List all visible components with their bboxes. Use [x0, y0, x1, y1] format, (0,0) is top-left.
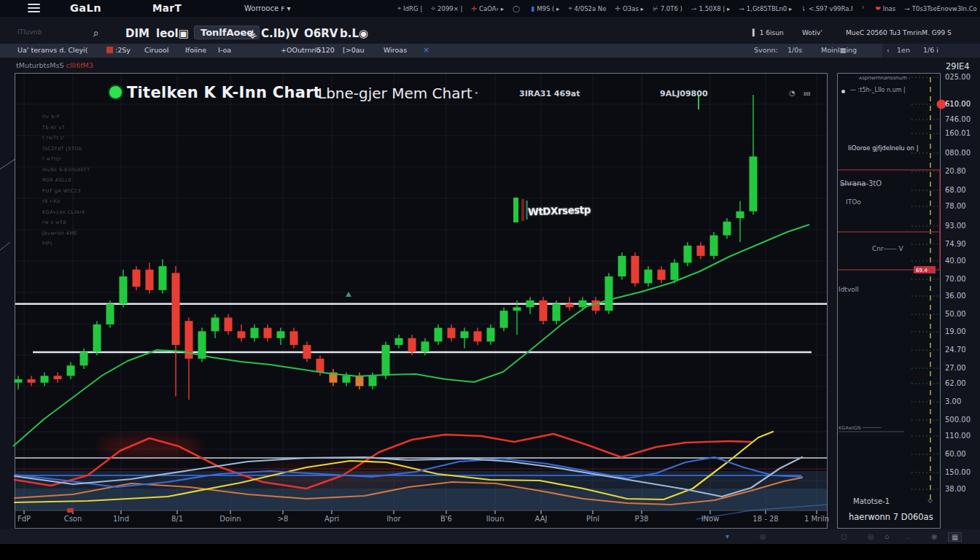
red-glyph-icon: ❤: [875, 5, 881, 12]
menu-glyph-icon: ⊬: [653, 5, 658, 12]
watchlist-faint-row: PIPI: [42, 241, 52, 246]
sidebar-note-1: ᴀspnwrnnanssnum -: [859, 75, 911, 81]
topbar-item[interactable]: →1,Gt85TBLn0 ▸: [739, 5, 792, 12]
price-label: 93.00: [945, 222, 966, 230]
price-label: 38.00: [945, 485, 966, 493]
topbar-item-label: Inas: [883, 5, 896, 12]
trendline-stub: [0, 242, 10, 250]
menubar-item[interactable]: b.L◉: [340, 27, 368, 40]
topbar-item[interactable]: ❤Inas: [875, 5, 895, 12]
x-axis-label: >8: [278, 515, 289, 523]
menu-glyph-icon: ˀ: [862, 5, 864, 12]
menubar-right-stat: ▍ 1 6isun: [752, 29, 784, 36]
tab-bar: Ua' teranvs d. Cleyi(:2SyCiruoolIfoiineI…: [0, 44, 980, 58]
menubar-item[interactable]: DIM: [125, 27, 149, 40]
tab-bar-right-item[interactable]: 1en: [897, 46, 910, 54]
watchlist-faint-row: rw s wTd: [42, 219, 66, 225]
search-icon[interactable]: ⌕: [93, 27, 99, 39]
x-axis-label: lhor: [386, 515, 400, 523]
menu-glyph-icon: ⇀: [691, 5, 697, 12]
bottom-toolbar-icon[interactable]: ▾: [726, 532, 729, 540]
topbar-item[interactable]: ˀ: [862, 5, 866, 12]
topbar-item-label: T0s3TseEnovw3In.Co: [912, 5, 977, 12]
x-axis-label: INow: [701, 515, 720, 523]
menubar-right-stat: Wotiv': [802, 29, 822, 36]
tab-item[interactable]: I-oa: [218, 46, 231, 54]
tab-bar-right-item[interactable]: 1/6 i: [923, 46, 938, 54]
tab-bar-right-item[interactable]: ‹: [887, 46, 890, 54]
price-scale-note: 29IE4: [946, 61, 970, 71]
menu-glyph-icon: ◯: [513, 5, 520, 12]
topbar-item-label: O3as ▸: [623, 5, 644, 12]
topbar-item[interactable]: ⊬7.0T6 ): [653, 5, 682, 12]
menu-glyph-icon: ⌖: [568, 4, 572, 12]
menu-glyph-icon: ⟡: [431, 4, 435, 12]
topbar-item[interactable]: →T0s3TseEnovw3In.Co: [904, 5, 977, 12]
sidebar-row-4[interactable]: Idtvoll: [839, 286, 859, 293]
x-axis-label: 1Ind: [113, 515, 129, 523]
tab-item[interactable]: :2Sy: [106, 46, 131, 54]
topbar-item[interactable]: ⇀1.50X8 | ▸: [691, 5, 730, 12]
watchlist-faint-row: PUT gA WtC23: [42, 188, 81, 194]
sidebar-row-1[interactable]: S̶h̶r̶a̶n̶a̶-3tO: [840, 179, 882, 187]
app-logo: GaLn: [70, 2, 101, 14]
sidebar-bullet-icon: [841, 90, 845, 93]
menu-glyph-icon: →: [739, 5, 744, 12]
main-chart-panel[interactable]: [15, 73, 828, 529]
menu-glyph-icon: →: [904, 5, 910, 12]
tab-item[interactable]: '5120: [315, 46, 335, 54]
bottom-toolbar-icon[interactable]: ◎: [760, 532, 766, 540]
menubar-item[interactable]: O6RV: [304, 27, 338, 40]
topbar-item[interactable]: ⟡2099× |: [431, 4, 462, 12]
topbar-item[interactable]: ▮M9S ( ▸: [531, 5, 559, 12]
menubar-item[interactable]: leol▣: [156, 27, 189, 40]
menu-glyph-icon: ⌖: [397, 4, 401, 12]
x-axis-label: 18 - 28: [752, 515, 778, 523]
bottom-toolbar-icon[interactable]: ◉: [931, 532, 938, 540]
bottom-toolbar-icon[interactable]: ‥: [906, 532, 911, 540]
tab-bar-right-item[interactable]: 1/0s: [788, 46, 802, 54]
menubar-dim-label: ITIuvnb: [18, 28, 42, 36]
price-label: 19.00: [945, 327, 966, 335]
bottom-toolbar-icon[interactable]: ⌂: [884, 532, 889, 540]
close-tab-icon[interactable]: ×: [423, 45, 429, 55]
topbar-item[interactable]: ✛CaOA› ▸: [472, 5, 504, 12]
price-label: 68.00: [945, 186, 966, 194]
red-glyph-icon: ✛: [472, 5, 478, 12]
tab-bar-right-item[interactable]: MoinI▦ing: [821, 46, 857, 54]
bottom-toolbar-icon[interactable]: ○: [841, 532, 847, 540]
tab-item[interactable]: [>0au: [343, 46, 365, 54]
tab-item[interactable]: Wiroas: [384, 46, 407, 54]
sidebar-row-3[interactable]: Cnr⸺ V: [872, 245, 903, 253]
x-axis-label: 1 Mriln: [804, 515, 829, 523]
workspace-selector[interactable]: Worrooce ꜰ ▾: [244, 4, 290, 12]
topbar-item[interactable]: ✛O3as ▸: [615, 5, 644, 12]
hamburger-menu-icon[interactable]: [28, 4, 40, 13]
sidebar-row-5: KGAwIGN ⸺⸺: [839, 425, 882, 431]
trading-app-window: GaLn MarT Worrooce ꜰ ▾ ⌖IdRG |⟡2099× |✛C…: [0, 0, 980, 560]
price-label: 150.00: [945, 468, 971, 476]
topbar-item[interactable]: ⇂<.S97 v99Ra.I: [801, 5, 852, 12]
sidebar-row-2[interactable]: ITOo: [846, 198, 861, 206]
chart-toolbar-icons[interactable]: ◔ ⅏: [789, 89, 813, 98]
topbar-item[interactable]: ⌖IdRG |: [397, 4, 422, 12]
right-sidebar-panel[interactable]: [837, 73, 941, 529]
x-axis-label: Apri: [324, 515, 339, 523]
below-chart-strip: [0, 529, 980, 544]
sidebar-settings-icon[interactable]: ⟐: [928, 497, 933, 505]
tab-bar-right-item[interactable]: Svonn:: [754, 46, 778, 54]
topbar-item-label: 4/0S2a Ne: [574, 5, 606, 12]
sidebar-order-label[interactable]: IiOoroe gjfjdelnelu on |: [848, 144, 919, 152]
bottom-toolbar-icon[interactable]: ▦: [948, 532, 962, 542]
bottom-toolbar-icon[interactable]: ◎: [868, 532, 874, 540]
tab-item[interactable]: Ua' teranvs d. Cleyi(: [18, 46, 88, 54]
tab-item[interactable]: Ifoiine: [185, 46, 206, 54]
chart-annotation: WtDXrsestp: [528, 204, 591, 218]
topbar-item[interactable]: ◯: [513, 5, 522, 12]
tab-item[interactable]: Ciruool: [144, 46, 168, 54]
price-label: 110.00: [945, 432, 971, 440]
top-menu-bar: GaLn MarT Worrooce ꜰ ▾ ⌖IdRG |⟡2099× |✛C…: [0, 0, 980, 17]
menubar-item[interactable]: ⚶ C.Ib)V: [248, 27, 298, 40]
menu-bar: ITIuvnb⌕DIMleol▣TonlfAoee⚶ C.Ib)VO6RVb.L…: [0, 17, 980, 44]
topbar-item[interactable]: ⌖4/0S2a Ne: [568, 4, 606, 12]
